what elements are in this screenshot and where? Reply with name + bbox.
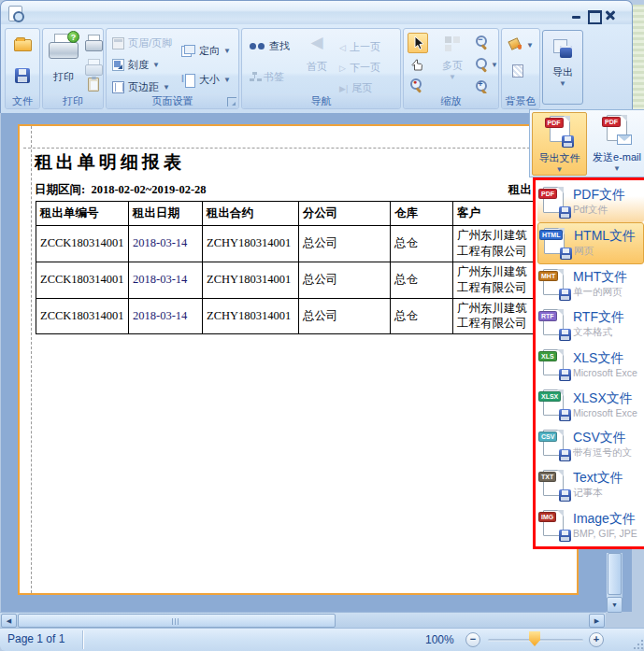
zoom-region-button[interactable]: ●: [410, 78, 422, 91]
first-page-icon: ◀: [310, 34, 322, 51]
menu-item-rtf[interactable]: RTF RTF文件 文本格式: [537, 304, 644, 345]
size-button[interactable]: 大小 ▼: [181, 73, 231, 87]
hand-icon: [410, 58, 424, 72]
first-page-button[interactable]: ◀ 首页: [300, 33, 334, 91]
menu-item-xlsx[interactable]: XLSX XLSX文件 Microsoft Exce: [537, 384, 644, 424]
menu-item-text[interactable]: TXT Text文件 记事本: [537, 464, 644, 504]
menu-item-csv[interactable]: CSV CSV文件 带有逗号的文: [537, 424, 644, 464]
clipboard-icon[interactable]: [88, 78, 99, 92]
minimize-button[interactable]: [570, 9, 583, 21]
xlsx-file-icon: XLSX: [541, 389, 569, 419]
pdf-badge-icon: PDF: [545, 118, 564, 128]
scroll-down-icon[interactable]: ▼: [607, 597, 623, 613]
prev-page-button[interactable]: ◁ 上一页: [339, 40, 380, 54]
zoom-select-button[interactable]: [476, 58, 488, 70]
cell-customer: 广州东川建筑工程有限公司: [453, 298, 539, 334]
pdf-badge-icon: PDF: [538, 189, 557, 199]
cell-warehouse: 总仓: [391, 298, 453, 334]
ribbon-group-print: ? 打印 打印: [42, 28, 104, 109]
quick-print-icon[interactable]: [85, 38, 101, 50]
report-title: 租出单明细报表: [35, 150, 185, 175]
fill-color-dropdown-icon[interactable]: ▼: [526, 41, 534, 50]
report-date-label: 日期区间:: [35, 183, 85, 196]
menu-item-image[interactable]: IMG Image文件 BMP, GIF, JPE: [537, 504, 644, 545]
floppy-icon: [562, 135, 574, 148]
margins-button[interactable]: 页边距 ▼: [112, 80, 170, 94]
scroll-right-icon[interactable]: ▶: [589, 614, 605, 628]
ribbon-toolbar: 文件 ? 打印 打印 页眉/页脚 刻度 ▼ 页边距 ▼ 定向 ▼: [0, 24, 633, 113]
print-button-label: 打印: [45, 70, 82, 84]
next-page-button[interactable]: ▷ 下一页: [339, 61, 380, 75]
horizontal-scrollbar[interactable]: ◀ ▶: [0, 612, 606, 628]
group-label-file: 文件: [6, 93, 39, 108]
header-footer-icon: [112, 37, 124, 50]
zoom-out-button[interactable]: −: [476, 35, 488, 48]
menu-item-subtitle: Microsoft Exce: [573, 367, 637, 378]
menu-item-title: Text文件: [573, 470, 623, 487]
vertical-scrollbar-thumb[interactable]: [608, 553, 622, 595]
resize-grip[interactable]: [632, 638, 643, 649]
open-file-icon[interactable]: [14, 39, 32, 51]
orientation-button[interactable]: 定向 ▼: [181, 44, 231, 58]
group-label-zoom: 缩放: [404, 93, 498, 108]
orientation-dropdown-icon: ▼: [223, 47, 231, 55]
menu-item-xls[interactable]: XLS XLS文件 Microsoft Exce: [537, 345, 644, 385]
close-button[interactable]: [604, 9, 617, 21]
orientation-label: 定向: [199, 44, 220, 58]
header-footer-button[interactable]: 页眉/页脚: [112, 36, 172, 50]
vertical-scrollbar[interactable]: ▼: [607, 553, 623, 613]
floppy-icon: [559, 489, 571, 502]
pointer-tool-button[interactable]: [408, 33, 428, 53]
scroll-left-icon[interactable]: ◀: [1, 614, 17, 628]
zoom-in-button[interactable]: +: [476, 80, 488, 92]
menu-item-subtitle: BMP, GIF, JPE: [573, 528, 637, 539]
multi-page-label: 多页: [434, 59, 471, 73]
menu-item-title: RTF文件: [573, 309, 624, 326]
hand-tool-button[interactable]: [410, 58, 425, 73]
report-table: 租出单编号 租出日期 租出合约 分公司 仓库 客户 ZCCK180314001 …: [36, 201, 539, 334]
size-label: 大小: [199, 73, 220, 87]
zoom-slider-thumb[interactable]: [529, 631, 540, 646]
fill-color-icon[interactable]: [508, 37, 522, 50]
page-setup-dialog-launcher[interactable]: [227, 97, 236, 106]
horizontal-scrollbar-thumb[interactable]: [18, 614, 336, 628]
next-page-icon: ▷: [339, 64, 346, 73]
text-file-icon: TXT: [541, 470, 569, 500]
export-ribbon-button[interactable]: 导出 ▼: [542, 30, 583, 105]
maximize-button[interactable]: [587, 9, 600, 21]
zoom-out-slider-button[interactable]: −: [465, 632, 480, 647]
zoom-in-slider-button[interactable]: +: [589, 632, 604, 647]
cell-contract: ZCHY180314001: [203, 226, 299, 262]
scale-icon: [112, 59, 124, 71]
cell-date: 2018-03-14: [129, 262, 203, 298]
cell-order-no: ZCCK180314001: [36, 226, 129, 262]
cell-branch: 总公司: [299, 226, 391, 262]
print-button[interactable]: ? 打印: [45, 31, 82, 91]
col-header: 租出合约: [203, 202, 299, 226]
send-email-button[interactable]: PDF 发送e-mail ▼: [589, 112, 644, 176]
menu-item-subtitle: 网页: [574, 245, 636, 258]
multi-page-button[interactable]: 多页 ▼: [434, 33, 471, 89]
xls-badge-icon: XLS: [538, 351, 557, 361]
scale-button[interactable]: 刻度 ▼: [112, 58, 160, 72]
print-options-icon[interactable]: [85, 63, 101, 75]
menu-item-mht[interactable]: MHT MHT文件 单一的网页: [537, 264, 644, 304]
cell-contract: ZCHY180314001: [203, 298, 299, 334]
menu-item-pdf[interactable]: PDF PDF文件 Pdf文件: [537, 182, 644, 222]
print-question-badge-icon: ?: [67, 31, 79, 43]
pdf-badge-icon: PDF: [602, 117, 621, 127]
col-header: 租出日期: [129, 202, 203, 226]
bookmark-button[interactable]: 书签: [250, 70, 284, 84]
save-icon[interactable]: [15, 68, 30, 83]
menu-item-title: XLS文件: [573, 350, 637, 367]
export-file-button[interactable]: PDF 导出文件 ▼: [532, 112, 587, 176]
find-button[interactable]: 查找: [250, 39, 290, 53]
watermark-icon[interactable]: [512, 64, 523, 78]
menu-item-subtitle: 带有逗号的文: [573, 446, 632, 460]
ribbon-group-navigation: 查找 书签 ◀ 首页 ◁ 上一页 ▷ 下一页 ▶| 尾页 导航: [241, 28, 401, 109]
size-icon: [181, 74, 195, 86]
first-page-label: 首页: [300, 60, 334, 74]
report-date-line: 日期区间: 2018-02-02~2019-02-28: [35, 182, 207, 198]
menu-item-html[interactable]: HTML HTML文件 网页: [537, 222, 644, 264]
zoom-select-dropdown-icon[interactable]: ▼: [491, 61, 498, 69]
